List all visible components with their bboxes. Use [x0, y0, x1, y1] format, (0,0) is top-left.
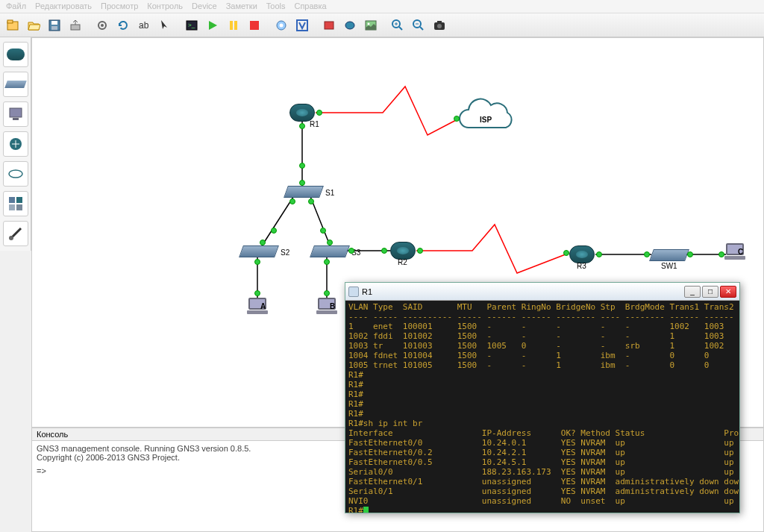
minimize-button[interactable]: _: [684, 286, 701, 298]
svg-point-18: [345, 22, 354, 29]
svg-text:ab: ab: [139, 20, 149, 31]
palette-firewall[interactable]: [3, 131, 28, 157]
save-button[interactable]: [45, 16, 64, 35]
svg-point-29: [9, 170, 22, 178]
svg-text:>_: >_: [188, 22, 195, 28]
toolbar: ab >_: [0, 13, 764, 37]
label-pc-b: B: [330, 302, 335, 310]
close-button[interactable]: ✕: [720, 286, 736, 298]
node-r1[interactable]: [289, 104, 315, 122]
link-dot: [254, 290, 260, 296]
svg-rect-4: [51, 26, 57, 30]
svg-rect-26: [10, 108, 22, 117]
cursor-tool[interactable]: [155, 16, 175, 35]
link-dot: [299, 163, 305, 169]
terminal-body[interactable]: VLAN Type SAID MTU Parent RingNo BridgeN…: [345, 301, 739, 513]
svg-rect-32: [9, 204, 15, 210]
svg-rect-1: [7, 20, 13, 23]
link-dot: [644, 251, 650, 257]
putty-icon: [348, 287, 359, 297]
maximize-button[interactable]: □: [702, 286, 718, 298]
ellipse-tool[interactable]: [340, 16, 360, 35]
virtualbox-button[interactable]: [292, 16, 312, 35]
svg-rect-25: [437, 21, 442, 23]
node-s3[interactable]: [310, 245, 350, 257]
stop-button[interactable]: [245, 16, 264, 35]
console-button[interactable]: >_: [182, 16, 201, 35]
svg-point-20: [368, 22, 370, 25]
label-s2: S2: [281, 248, 289, 257]
link-dot: [299, 180, 305, 186]
svg-rect-17: [325, 22, 334, 29]
link-dot: [348, 248, 354, 254]
new-project-button[interactable]: [3, 16, 22, 35]
label-sw1: SW1: [661, 262, 677, 270]
svg-rect-11: [230, 21, 233, 30]
link-dot: [718, 251, 724, 257]
node-s2[interactable]: [239, 245, 279, 257]
svg-rect-12: [234, 21, 237, 30]
link-dot: [381, 248, 387, 254]
menu-tools[interactable]: Tools: [266, 1, 286, 11]
svg-rect-3: [51, 21, 57, 25]
link-dot: [299, 123, 305, 129]
terminal-titlebar[interactable]: R1 _ □ ✕: [345, 283, 739, 301]
svg-rect-5: [71, 25, 80, 30]
link-dot: [308, 198, 314, 204]
pause-button[interactable]: [224, 16, 243, 35]
palette-switch[interactable]: [3, 72, 28, 97]
link-dot: [327, 240, 333, 245]
gear-tool[interactable]: [93, 16, 112, 35]
link-dot: [324, 259, 330, 265]
play-button[interactable]: [203, 16, 222, 35]
menu-notes[interactable]: Заметки: [226, 1, 257, 11]
palette-host[interactable]: [3, 101, 28, 127]
idle-pc-button[interactable]: [272, 16, 291, 35]
svg-point-7: [101, 24, 104, 27]
zoom-in-button[interactable]: [388, 16, 407, 35]
menu-device[interactable]: Device: [192, 1, 217, 11]
svg-rect-13: [250, 21, 259, 30]
palette-all[interactable]: [3, 191, 28, 216]
link-dot: [271, 228, 277, 234]
zoom-out-button[interactable]: [409, 16, 428, 35]
svg-rect-27: [13, 118, 19, 120]
node-r3[interactable]: [569, 245, 595, 263]
device-palette: [0, 37, 31, 251]
terminal-title: R1: [362, 287, 372, 296]
svg-point-24: [437, 24, 442, 28]
svg-rect-31: [16, 197, 22, 203]
palette-cloud[interactable]: [3, 161, 28, 187]
link-dot: [320, 228, 326, 234]
palette-link[interactable]: [3, 221, 28, 246]
open-button[interactable]: [24, 16, 43, 35]
label-r1: R1: [310, 120, 319, 128]
label-pc-a: A: [260, 302, 266, 310]
svg-point-15: [280, 23, 284, 27]
menu-control[interactable]: Контроль: [147, 1, 183, 11]
image-tool[interactable]: [361, 16, 381, 35]
svg-point-34: [9, 236, 13, 240]
snapshot-button[interactable]: [430, 16, 449, 35]
label-isp: ISP: [480, 116, 492, 124]
terminal-window[interactable]: R1 _ □ ✕ VLAN Type SAID MTU Parent RingN…: [345, 282, 740, 513]
menubar[interactable]: Файл Редактировать Просмотр Контроль Dev…: [0, 0, 764, 13]
menu-edit[interactable]: Редактировать: [35, 1, 92, 11]
node-s1[interactable]: [284, 186, 324, 198]
menu-help[interactable]: Справка: [294, 1, 326, 11]
node-sw1[interactable]: [649, 249, 689, 261]
menu-file[interactable]: Файл: [6, 1, 26, 11]
link-dot: [324, 290, 330, 296]
node-r2[interactable]: [390, 242, 416, 260]
palette-router[interactable]: [3, 42, 28, 67]
link-dot: [417, 248, 423, 254]
label-r3: R3: [577, 262, 586, 270]
link-dot: [687, 251, 693, 257]
link-dot: [289, 198, 295, 204]
reload-button[interactable]: [113, 16, 133, 35]
text-tool[interactable]: ab: [134, 16, 154, 35]
menu-view[interactable]: Просмотр: [101, 1, 138, 11]
label-pc-c: C: [738, 248, 743, 256]
export-button[interactable]: [66, 16, 85, 35]
rectangle-tool[interactable]: [319, 16, 339, 35]
